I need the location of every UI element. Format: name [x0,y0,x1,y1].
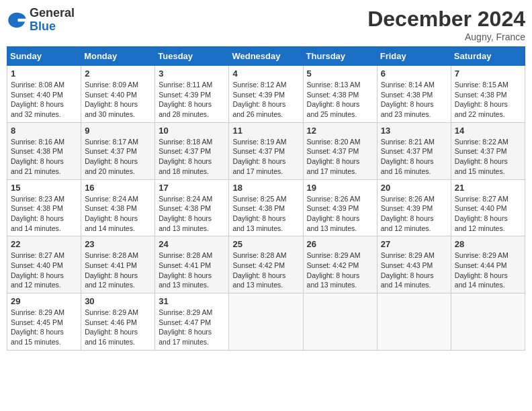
calendar-cell: 29Sunrise: 8:29 AM Sunset: 4:45 PM Dayli… [7,293,81,351]
calendar-cell: 26Sunrise: 8:29 AM Sunset: 4:42 PM Dayli… [303,236,377,293]
day-number: 10 [159,126,225,136]
calendar-cell: 17Sunrise: 8:24 AM Sunset: 4:38 PM Dayli… [155,179,229,236]
day-number: 23 [85,239,151,249]
calendar-cell: 23Sunrise: 8:28 AM Sunset: 4:41 PM Dayli… [81,236,155,293]
day-number: 20 [381,183,447,193]
calendar-cell: 6Sunrise: 8:14 AM Sunset: 4:38 PM Daylig… [377,66,451,123]
day-number: 6 [381,68,447,79]
day-number: 4 [232,68,299,79]
day-info: Sunrise: 8:17 AM Sunset: 4:37 PM Dayligh… [85,137,151,177]
calendar-cell: 11Sunrise: 8:19 AM Sunset: 4:37 PM Dayli… [229,122,303,179]
month-title: December 2024 [367,7,525,32]
day-info: Sunrise: 8:24 AM Sunset: 4:38 PM Dayligh… [159,194,225,234]
calendar-cell: 30Sunrise: 8:29 AM Sunset: 4:46 PM Dayli… [81,293,155,351]
calendar-cell: 22Sunrise: 8:27 AM Sunset: 4:40 PM Dayli… [7,236,81,293]
calendar-cell: 8Sunrise: 8:16 AM Sunset: 4:38 PM Daylig… [7,122,81,179]
calendar-cell: 5Sunrise: 8:13 AM Sunset: 4:38 PM Daylig… [303,66,377,123]
day-info: Sunrise: 8:29 AM Sunset: 4:42 PM Dayligh… [307,250,373,290]
logo: General Blue [7,7,75,34]
day-info: Sunrise: 8:27 AM Sunset: 4:40 PM Dayligh… [455,194,521,234]
day-info: Sunrise: 8:28 AM Sunset: 4:41 PM Dayligh… [85,250,151,290]
day-info: Sunrise: 8:26 AM Sunset: 4:39 PM Dayligh… [381,194,447,234]
calendar-cell: 10Sunrise: 8:18 AM Sunset: 4:37 PM Dayli… [155,122,229,179]
header-friday: Friday [377,47,451,66]
calendar-cell: 4Sunrise: 8:12 AM Sunset: 4:39 PM Daylig… [229,66,303,123]
day-info: Sunrise: 8:08 AM Sunset: 4:40 PM Dayligh… [11,80,77,120]
calendar-week-4: 22Sunrise: 8:27 AM Sunset: 4:40 PM Dayli… [7,236,525,293]
day-number: 25 [232,239,299,249]
calendar-cell: 18Sunrise: 8:25 AM Sunset: 4:38 PM Dayli… [229,179,303,236]
day-info: Sunrise: 8:26 AM Sunset: 4:39 PM Dayligh… [307,194,373,234]
calendar-cell: 7Sunrise: 8:15 AM Sunset: 4:38 PM Daylig… [451,66,525,123]
day-info: Sunrise: 8:20 AM Sunset: 4:37 PM Dayligh… [307,137,373,177]
day-number: 30 [85,296,151,306]
day-number: 12 [307,126,373,136]
day-number: 16 [85,183,151,193]
header-saturday: Saturday [451,47,525,66]
day-number: 2 [85,68,151,79]
day-info: Sunrise: 8:11 AM Sunset: 4:39 PM Dayligh… [159,80,225,120]
calendar-cell: 13Sunrise: 8:21 AM Sunset: 4:37 PM Dayli… [377,122,451,179]
day-number: 14 [455,126,521,136]
day-number: 28 [455,239,521,249]
calendar-cell: 14Sunrise: 8:22 AM Sunset: 4:37 PM Dayli… [451,122,525,179]
calendar-cell: 19Sunrise: 8:26 AM Sunset: 4:39 PM Dayli… [303,179,377,236]
day-info: Sunrise: 8:27 AM Sunset: 4:40 PM Dayligh… [11,250,77,290]
day-number: 19 [307,183,373,193]
day-number: 13 [381,126,447,136]
day-info: Sunrise: 8:28 AM Sunset: 4:41 PM Dayligh… [159,250,225,290]
day-number: 27 [381,239,447,249]
day-number: 7 [455,68,521,79]
day-info: Sunrise: 8:24 AM Sunset: 4:38 PM Dayligh… [85,194,151,234]
header-monday: Monday [81,47,155,66]
day-number: 8 [11,126,77,136]
day-info: Sunrise: 8:15 AM Sunset: 4:38 PM Dayligh… [455,80,521,120]
calendar-cell: 28Sunrise: 8:29 AM Sunset: 4:44 PM Dayli… [451,236,525,293]
calendar-cell: 24Sunrise: 8:28 AM Sunset: 4:41 PM Dayli… [155,236,229,293]
day-info: Sunrise: 8:16 AM Sunset: 4:38 PM Dayligh… [11,137,77,177]
day-number: 15 [11,183,77,193]
day-info: Sunrise: 8:23 AM Sunset: 4:38 PM Dayligh… [11,194,77,234]
logo-general: General [30,6,75,19]
calendar-cell [229,293,303,351]
header-thursday: Thursday [303,47,377,66]
day-info: Sunrise: 8:22 AM Sunset: 4:37 PM Dayligh… [455,137,521,177]
day-info: Sunrise: 8:18 AM Sunset: 4:37 PM Dayligh… [159,137,225,177]
day-number: 26 [307,239,373,249]
calendar-cell: 2Sunrise: 8:09 AM Sunset: 4:40 PM Daylig… [81,66,155,123]
calendar-cell: 3Sunrise: 8:11 AM Sunset: 4:39 PM Daylig… [155,66,229,123]
day-number: 9 [85,126,151,136]
calendar-week-5: 29Sunrise: 8:29 AM Sunset: 4:45 PM Dayli… [7,293,525,351]
calendar-cell [377,293,451,351]
calendar-cell: 12Sunrise: 8:20 AM Sunset: 4:37 PM Dayli… [303,122,377,179]
day-number: 22 [11,239,77,249]
day-number: 17 [159,183,225,193]
header-wednesday: Wednesday [229,47,303,66]
calendar-cell [451,293,525,351]
day-number: 3 [159,68,225,79]
calendar-cell: 21Sunrise: 8:27 AM Sunset: 4:40 PM Dayli… [451,179,525,236]
calendar-cell: 9Sunrise: 8:17 AM Sunset: 4:37 PM Daylig… [81,122,155,179]
day-info: Sunrise: 8:14 AM Sunset: 4:38 PM Dayligh… [381,80,447,120]
title-block: December 2024 Augny, France [367,7,525,42]
day-info: Sunrise: 8:25 AM Sunset: 4:38 PM Dayligh… [232,194,299,234]
day-info: Sunrise: 8:19 AM Sunset: 4:37 PM Dayligh… [232,137,299,177]
calendar-cell: 20Sunrise: 8:26 AM Sunset: 4:39 PM Dayli… [377,179,451,236]
day-number: 21 [455,183,521,193]
header-tuesday: Tuesday [155,47,229,66]
day-number: 31 [159,296,225,306]
day-info: Sunrise: 8:09 AM Sunset: 4:40 PM Dayligh… [85,80,151,120]
day-info: Sunrise: 8:29 AM Sunset: 4:43 PM Dayligh… [381,250,447,290]
calendar-week-2: 8Sunrise: 8:16 AM Sunset: 4:38 PM Daylig… [7,122,525,179]
day-number: 1 [11,68,77,79]
calendar-cell: 16Sunrise: 8:24 AM Sunset: 4:38 PM Dayli… [81,179,155,236]
day-number: 18 [232,183,299,193]
calendar-table: SundayMondayTuesdayWednesdayThursdayFrid… [7,46,525,351]
day-info: Sunrise: 8:29 AM Sunset: 4:47 PM Dayligh… [159,308,225,347]
logo-blue: Blue [30,19,56,33]
calendar-cell [303,293,377,351]
day-info: Sunrise: 8:29 AM Sunset: 4:46 PM Dayligh… [85,308,151,347]
calendar-cell: 27Sunrise: 8:29 AM Sunset: 4:43 PM Dayli… [377,236,451,293]
calendar-week-3: 15Sunrise: 8:23 AM Sunset: 4:38 PM Dayli… [7,179,525,236]
calendar-header-row: SundayMondayTuesdayWednesdayThursdayFrid… [7,47,525,66]
